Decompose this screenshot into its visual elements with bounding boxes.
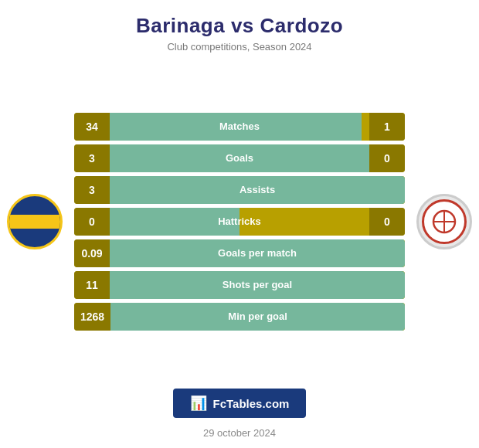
footer: 29 october 2024	[203, 423, 276, 448]
stats-area: 34 Matches 1 3 Goals 0 3	[70, 113, 409, 331]
goals-bar: Goals	[110, 144, 369, 172]
card: Barinaga vs Cardozo Club competitions, S…	[0, 0, 479, 448]
assists-label: Assists	[240, 184, 275, 195]
lanus-icon-svg	[431, 209, 457, 235]
stat-row-assists: 3 Assists	[74, 176, 405, 204]
header: Barinaga vs Cardozo Club competitions, S…	[0, 0, 479, 57]
mpg-label: Min per goal	[228, 311, 287, 322]
stat-row-goals: 3 Goals 0	[74, 144, 405, 172]
match-title: Barinaga vs Cardozo	[15, 14, 464, 38]
stat-row-min-per-goal: 1268 Min per goal	[74, 303, 405, 331]
hattricks-left: 0	[74, 208, 110, 236]
boca-badge: CABJ	[7, 194, 63, 249]
gpm-label: Goals per match	[218, 247, 297, 259]
spg-label: Shots per goal	[223, 279, 292, 290]
watermark-icon: 📊	[190, 395, 207, 412]
goals-right: 0	[369, 144, 405, 172]
mpg-left: 1268	[74, 303, 110, 331]
left-team-logo: CABJ	[0, 194, 70, 249]
hattricks-bar: Hattricks	[110, 208, 369, 236]
watermark: 📊 FcTables.com	[173, 389, 307, 418]
matches-label: Matches	[219, 120, 260, 132]
goals-left: 3	[74, 144, 110, 172]
footer-date: 29 october 2024	[203, 427, 276, 439]
mpg-bar: Min per goal	[110, 303, 405, 331]
gpm-left: 0.09	[74, 239, 110, 267]
hattricks-label: Hattricks	[218, 216, 261, 227]
main-area: CABJ 34 Matches 1 3 Goals 0	[0, 57, 479, 378]
hattricks-right: 0	[369, 208, 405, 236]
goals-label: Goals	[226, 152, 253, 164]
stat-row-matches: 34 Matches 1	[74, 113, 405, 141]
stat-row-goals-per-match: 0.09 Goals per match	[74, 239, 405, 267]
matches-left: 34	[74, 113, 110, 141]
stat-row-hattricks: 0 Hattricks 0	[74, 208, 405, 236]
lanus-inner	[422, 199, 467, 244]
matches-right: 1	[369, 113, 405, 141]
spg-left: 11	[74, 271, 110, 299]
assists-left: 3	[74, 176, 110, 204]
matches-bar: Matches	[110, 113, 369, 141]
assists-bar: Assists	[110, 176, 405, 204]
gpm-bar: Goals per match	[110, 239, 405, 267]
boca-abbr: CABJ	[24, 217, 45, 226]
spg-bar: Shots per goal	[110, 271, 405, 299]
match-subtitle: Club competitions, Season 2024	[15, 41, 464, 53]
watermark-area: 📊 FcTables.com	[0, 389, 479, 418]
stat-row-shots-per-goal: 11 Shots per goal	[74, 271, 405, 299]
right-team-logo	[409, 194, 479, 249]
watermark-text: FcTables.com	[213, 397, 290, 410]
lanus-badge	[416, 194, 472, 249]
